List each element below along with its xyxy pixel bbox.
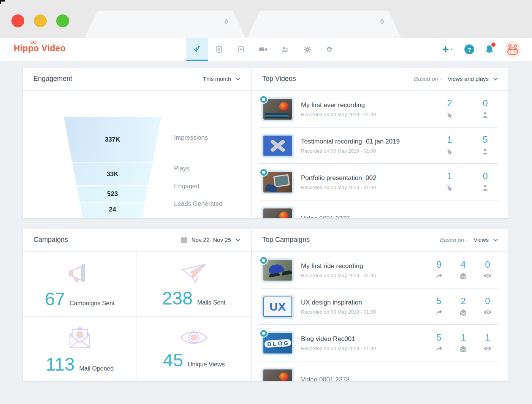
- video-title: Testimonial recording -01 jan 2019: [301, 138, 437, 145]
- minimize-window-button[interactable]: [34, 14, 47, 27]
- clicks-count: 1: [441, 135, 458, 144]
- views-count: 0: [479, 260, 496, 269]
- pointer-icon: [446, 111, 453, 119]
- stat-label: Campaigns Sent: [70, 300, 114, 307]
- campaign-row[interactable]: Video 0001 2378 5 4 0: [252, 361, 508, 381]
- main-nav: [186, 38, 340, 61]
- panel-title: Top Videos: [262, 75, 296, 83]
- notifications-button[interactable]: [485, 44, 494, 54]
- funnel-label: Plays: [174, 158, 223, 178]
- add-new-button[interactable]: [442, 46, 454, 53]
- shares-count: 5: [430, 381, 448, 381]
- chevron-down-icon[interactable]: [236, 77, 240, 80]
- thumbnail-text: UX: [269, 300, 286, 313]
- nav-record[interactable]: [230, 38, 252, 61]
- video-thumbnail[interactable]: [261, 170, 294, 194]
- video-thumbnail[interactable]: [261, 207, 294, 218]
- video-thumbnail[interactable]: [261, 97, 294, 122]
- user-avatar[interactable]: [505, 41, 521, 57]
- help-button[interactable]: ?: [464, 44, 474, 54]
- campaign-title: My first ride recording: [301, 262, 426, 270]
- chevron-down-icon[interactable]: [236, 238, 240, 241]
- campaign-thumbnail[interactable]: BLOG: [261, 331, 294, 355]
- nav-integrations[interactable]: [296, 38, 318, 61]
- nav-team[interactable]: [274, 38, 296, 61]
- video-title: Video 0001 2378: [301, 215, 437, 218]
- funnel-segment-impressions: 337K: [64, 117, 161, 163]
- video-recorded-date: Recorded on 00 May 2019 - 01:00: [301, 185, 437, 190]
- campaign-title: UX design inspiration: [301, 299, 426, 306]
- top-campaigns-panel: Top Campaigns Based on - Views My first …: [252, 229, 508, 381]
- shares-count: 9: [430, 260, 448, 269]
- share-icon: [435, 346, 443, 352]
- funnel-value: 33K: [106, 170, 118, 178]
- opens-count: 2: [454, 297, 472, 306]
- top-videos-panel: Top Videos Based on - Views and plays My…: [252, 68, 508, 218]
- mail-open-icon: [459, 309, 467, 316]
- videos-filter-dropdown[interactable]: Views and plays: [448, 76, 489, 82]
- funnel-label: Leads Generated: [174, 194, 223, 218]
- campaign-recorded-date: Recorded on 00 May 2019 - 01:00: [301, 309, 426, 315]
- campaign-thumbnail[interactable]: UX: [261, 295, 294, 319]
- opens-count: 1: [454, 333, 472, 342]
- funnel-label: Engaged: [174, 178, 223, 194]
- browser-tab-1[interactable]: [84, 11, 245, 38]
- period-dropdown[interactable]: This month: [203, 76, 231, 82]
- add-icon: [442, 46, 454, 53]
- eye-icon: [483, 346, 492, 352]
- video-badge-icon: [260, 168, 268, 177]
- shares-count: 5: [430, 297, 448, 306]
- funnel-segment-plays: 33K: [64, 163, 161, 185]
- funnel-value: 337K: [105, 136, 120, 144]
- nav-dashboard-rocket[interactable]: [186, 38, 208, 61]
- browser-tab-2[interactable]: [247, 11, 401, 38]
- contacts-icon: [215, 46, 223, 53]
- settings-icon: [325, 46, 333, 54]
- campaigns-filter-dropdown[interactable]: Views: [473, 237, 489, 243]
- video-row[interactable]: Testimonial recording -01 jan 2019 Recor…: [252, 128, 508, 164]
- funnel-value: 24: [109, 206, 116, 213]
- campaign-row[interactable]: BLOG Blog video Rec001 Recorded on 00 Ma…: [252, 325, 508, 361]
- clicks-count: 1: [441, 172, 458, 181]
- video-recorded-date: Recorded on 00 May 2019 - 01:00: [301, 148, 437, 154]
- video-thumbnail[interactable]: [261, 134, 294, 158]
- nav-videos[interactable]: [252, 38, 274, 61]
- views-count: 0: [479, 297, 496, 306]
- campaigns-panel: Campaigns Nov 22- Nov 25 67: [23, 229, 251, 381]
- eye-icon: [483, 309, 492, 315]
- campaign-thumbnail[interactable]: [261, 258, 294, 282]
- video-row[interactable]: Portfolio presentation_002 Recorded on 0…: [252, 164, 508, 200]
- video-badge-icon: [260, 256, 268, 265]
- campaign-row[interactable]: My first ride recording Recorded on 00 M…: [252, 252, 508, 289]
- date-range-dropdown[interactable]: Nov 22- Nov 25: [192, 237, 231, 243]
- close-window-button[interactable]: [11, 14, 24, 27]
- app-header: Hippo Video ʘʘ: [0, 38, 532, 61]
- share-icon: [435, 273, 443, 279]
- viewer-icon: [482, 148, 489, 155]
- notification-badge: [491, 42, 496, 47]
- tab-close-icon[interactable]: [380, 19, 384, 24]
- video-row[interactable]: My first ever recording Recorded on 00 M…: [252, 91, 508, 128]
- funnel-label: Impressions: [174, 117, 223, 158]
- funnel-segment-leads: 24: [64, 203, 161, 218]
- funnel-labels: Impressions Plays Engaged Leads Generate…: [174, 117, 223, 218]
- viewer-icon: [482, 111, 489, 119]
- viewer-icon: [482, 184, 489, 192]
- funnel-chart: 337K 33K 523 24: [64, 117, 161, 218]
- app-logo[interactable]: Hippo Video ʘʘ: [14, 43, 66, 54]
- chevron-down-icon[interactable]: [493, 238, 498, 241]
- stat-label: Unique Views: [188, 361, 225, 368]
- panel-title: Campaigns: [33, 236, 68, 244]
- campaign-row[interactable]: UX UX design inspiration Recorded on 00 …: [252, 289, 508, 325]
- campaign-thumbnail[interactable]: [261, 368, 294, 381]
- maximize-window-button[interactable]: [56, 14, 69, 27]
- campaigns-sent-cell: 67 Campaigns Sent: [23, 252, 137, 317]
- paper-plane-icon: [180, 262, 207, 284]
- nav-settings[interactable]: [318, 38, 340, 61]
- video-row[interactable]: Video 0001 2378 0 0: [252, 200, 508, 218]
- pointer-icon: [446, 148, 453, 155]
- tab-close-icon[interactable]: [225, 19, 228, 24]
- nav-contacts[interactable]: [208, 38, 230, 61]
- logo-text: Hippo Video: [14, 43, 66, 53]
- chevron-down-icon[interactable]: [493, 77, 498, 80]
